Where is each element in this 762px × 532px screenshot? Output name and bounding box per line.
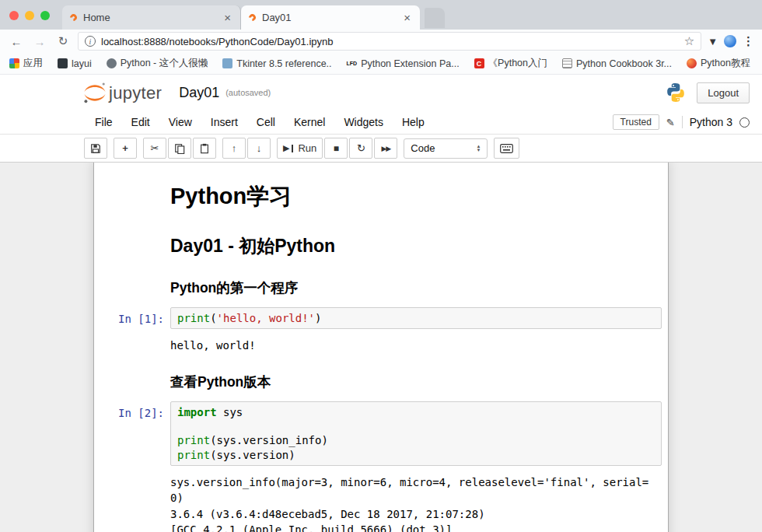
heading-day01: Day01 - 初始Python bbox=[170, 234, 662, 258]
menu-edit[interactable]: Edit bbox=[122, 116, 159, 128]
jupyter-logo[interactable]: jupyter bbox=[82, 82, 162, 103]
reload-button[interactable]: ↻ bbox=[54, 34, 72, 48]
code-token: print bbox=[177, 449, 210, 461]
notebook-title[interactable]: Day01 bbox=[179, 85, 219, 101]
menu-cell[interactable]: Cell bbox=[247, 116, 285, 128]
floppy-icon bbox=[90, 143, 101, 154]
bookmark-python-tutorial[interactable]: Python教程 bbox=[687, 57, 750, 70]
globe-icon[interactable] bbox=[724, 35, 736, 47]
bookmark-label: Python Cookbook 3r... bbox=[576, 58, 672, 69]
save-button[interactable] bbox=[84, 138, 107, 159]
output-text-1: hello, world! bbox=[170, 334, 651, 353]
menu-file[interactable]: File bbox=[95, 116, 122, 128]
bookmark-label: layui bbox=[72, 58, 92, 69]
edit-mode-pencil-icon: ✎ bbox=[666, 117, 675, 128]
step-forward-icon: ▶ bbox=[283, 143, 289, 153]
lfd-favicon-icon: LFD bbox=[347, 58, 358, 68]
bookmark-label: Python - 这个人很懒 bbox=[121, 57, 208, 70]
site-favicon-icon bbox=[222, 58, 232, 68]
url-text[interactable]: localhost:8888/notebooks/PythonCode/Day0… bbox=[101, 36, 679, 47]
python-logo-icon bbox=[666, 82, 686, 103]
bookmark-apps[interactable]: 应用 bbox=[9, 57, 43, 70]
code-token: ( bbox=[210, 312, 216, 324]
run-label: Run bbox=[298, 142, 316, 154]
bookmark-label: 《Python入门 bbox=[488, 57, 547, 70]
select-carets-icon: ▲▼ bbox=[476, 145, 481, 152]
menu-widgets[interactable]: Widgets bbox=[334, 116, 393, 128]
bookmark-python-intro[interactable]: C 《Python入门 bbox=[474, 57, 547, 70]
code-line: print(sys.version) bbox=[177, 448, 655, 462]
move-cell-down-button[interactable]: ↓ bbox=[247, 138, 271, 159]
kernel-name: Python 3 bbox=[690, 116, 732, 128]
new-tab-button[interactable] bbox=[425, 8, 445, 28]
output-area-1: hello, world! bbox=[94, 333, 668, 359]
code-token: 'hello, world!' bbox=[217, 312, 315, 324]
jupyter-logo-icon bbox=[82, 82, 107, 103]
bookmark-label: 应用 bbox=[23, 57, 43, 70]
menu-insert[interactable]: Insert bbox=[201, 116, 247, 128]
markdown-cell-title[interactable]: Python学习 bbox=[94, 170, 668, 222]
menu-view[interactable]: View bbox=[159, 116, 201, 128]
move-cell-group: ↑ ↓ bbox=[222, 138, 271, 159]
bookmark-label: Python教程 bbox=[701, 57, 750, 70]
input-prompt: In [1]: bbox=[94, 307, 170, 329]
paste-cell-button[interactable] bbox=[193, 138, 216, 159]
code-input-2[interactable]: import sys print(sys.version_info) print… bbox=[170, 401, 662, 466]
fast-forward-icon: ▶▶ bbox=[381, 145, 390, 152]
run-cell-button[interactable]: ▶ Run bbox=[277, 138, 323, 159]
markdown-cell-first-program[interactable]: Python的第一个程序 bbox=[94, 266, 668, 303]
bookmark-python-cookbook[interactable]: Python Cookbook 3r... bbox=[562, 58, 672, 69]
bookmarks-bar: 应用 layui Python - 这个人很懒 Tkinter 8.5 refe… bbox=[0, 53, 762, 75]
insert-cell-below-button[interactable]: + bbox=[114, 138, 137, 159]
menu-kernel[interactable]: Kernel bbox=[285, 116, 334, 128]
downloads-icon[interactable]: ▼ bbox=[708, 36, 718, 47]
move-cell-up-button[interactable]: ↑ bbox=[222, 138, 246, 159]
back-button[interactable]: ← bbox=[8, 35, 25, 48]
trusted-button[interactable]: Trusted bbox=[613, 114, 659, 130]
code-line-blank bbox=[177, 419, 655, 433]
notebook-container: Python学习 Day01 - 初始Python Python的第一个程序 I… bbox=[93, 163, 669, 532]
clipboard-icon bbox=[199, 143, 210, 154]
close-tab-icon[interactable]: × bbox=[402, 12, 412, 23]
close-tab-icon[interactable]: × bbox=[222, 12, 232, 23]
address-bar[interactable]: i localhost:8888/notebooks/PythonCode/Da… bbox=[78, 32, 701, 51]
bookmark-star-icon[interactable]: ☆ bbox=[684, 34, 694, 48]
heading-check-version: 查看Python版本 bbox=[170, 373, 662, 391]
notebook-area: Python学习 Day01 - 初始Python Python的第一个程序 I… bbox=[0, 163, 762, 532]
divider bbox=[682, 116, 683, 128]
copy-cell-button[interactable] bbox=[168, 138, 191, 159]
tab-day01[interactable]: Day01 × bbox=[241, 5, 420, 30]
cell-type-select[interactable]: Code ▲▼ bbox=[404, 138, 488, 159]
browser-menu-icon[interactable]: ⋮ bbox=[743, 34, 754, 48]
heading-python-study: Python学习 bbox=[170, 181, 662, 212]
notebook-toolbar: + ✂ ↑ ↓ ▶ Run bbox=[0, 135, 762, 163]
zoom-window-button[interactable] bbox=[40, 11, 50, 20]
bookmark-python-extension[interactable]: LFD Python Extension Pa... bbox=[347, 58, 460, 69]
minimize-window-button[interactable] bbox=[25, 11, 34, 20]
code-cell-1[interactable]: In [1]: print('hello, world!') bbox=[94, 303, 668, 333]
bookmark-python-blog[interactable]: Python - 这个人很懒 bbox=[107, 57, 208, 70]
layui-favicon-icon bbox=[58, 58, 68, 68]
command-palette-button[interactable] bbox=[494, 138, 519, 159]
bookmark-tkinter-reference[interactable]: Tkinter 8.5 reference.. bbox=[222, 58, 331, 69]
forward-button[interactable]: → bbox=[31, 35, 48, 48]
bookmark-layui[interactable]: layui bbox=[58, 58, 92, 69]
restart-run-all-button[interactable]: ▶▶ bbox=[374, 138, 397, 159]
menu-help[interactable]: Help bbox=[393, 116, 434, 128]
cut-cell-button[interactable]: ✂ bbox=[143, 138, 166, 159]
close-window-button[interactable] bbox=[9, 11, 19, 20]
logout-button[interactable]: Logout bbox=[697, 82, 750, 103]
site-favicon-icon bbox=[107, 58, 117, 68]
code-cell-2[interactable]: In [2]: import sys print(sys.version_inf… bbox=[94, 397, 668, 470]
restart-kernel-button[interactable]: ↻ bbox=[349, 138, 372, 159]
code-token: print bbox=[177, 312, 210, 324]
cell-type-value: Code bbox=[411, 142, 435, 154]
code-input-1[interactable]: print('hello, world!') bbox=[170, 307, 662, 329]
interrupt-kernel-button[interactable]: ■ bbox=[324, 138, 348, 159]
page-info-icon[interactable]: i bbox=[85, 36, 96, 47]
kernel-idle-icon bbox=[739, 117, 750, 128]
heading-first-program: Python的第一个程序 bbox=[170, 278, 662, 297]
tab-home[interactable]: Home × bbox=[62, 5, 241, 30]
markdown-cell-version[interactable]: 查看Python版本 bbox=[94, 360, 668, 397]
markdown-cell-day01[interactable]: Day01 - 初始Python bbox=[94, 222, 668, 266]
